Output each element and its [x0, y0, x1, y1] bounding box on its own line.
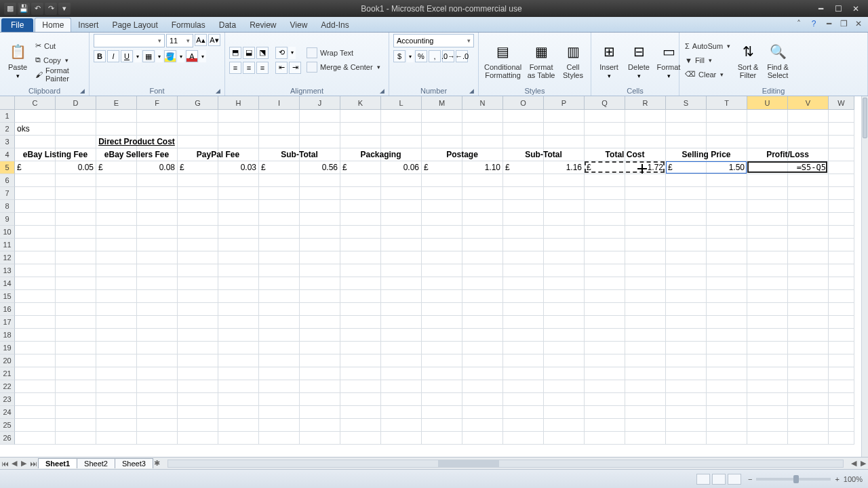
cell-M4[interactable]: Postage	[422, 148, 503, 161]
merge-center-button[interactable]: Merge & Center▾	[305, 60, 382, 74]
col-header-H[interactable]: H	[218, 96, 259, 110]
format-cells-button[interactable]: ▭Format▾	[655, 39, 682, 80]
row-header-13[interactable]: 13	[0, 264, 15, 277]
workbook-close-icon[interactable]: ✕	[853, 19, 864, 28]
zoom-slider[interactable]	[756, 478, 831, 481]
hscroll-right-icon[interactable]: ▶	[859, 459, 868, 468]
clipboard-dialog-icon[interactable]: ◢	[80, 87, 85, 94]
row-header-15[interactable]: 15	[0, 290, 15, 303]
tab-formulas[interactable]: Formulas	[165, 18, 212, 32]
cell-S4[interactable]: Selling Price	[666, 148, 747, 161]
fontcolor-more-icon[interactable]: ▾	[199, 50, 206, 62]
workbook-min-icon[interactable]: ━	[823, 19, 834, 28]
number-format-dropdown[interactable]: Accounting	[393, 34, 474, 47]
hscroll-thumb[interactable]	[438, 460, 499, 467]
save-icon[interactable]: 💾	[18, 3, 30, 15]
row-header-10[interactable]: 10	[0, 226, 15, 239]
cells-grid[interactable]: oksDirect Product CosteBay Listing FeeeB…	[15, 110, 861, 457]
align-middle-icon[interactable]: ⬓	[243, 47, 255, 59]
find-select-button[interactable]: 🔍Find & Select	[764, 39, 791, 81]
font-color-button[interactable]: A	[186, 50, 198, 62]
tab-data[interactable]: Data	[212, 18, 243, 32]
cell-E3[interactable]: Direct Product Cost	[96, 136, 178, 148]
shrink-font-icon[interactable]: A▾	[208, 34, 220, 46]
col-header-M[interactable]: M	[422, 96, 462, 110]
zoom-out-icon[interactable]: −	[748, 475, 752, 483]
row-header-25[interactable]: 25	[0, 419, 15, 432]
orientation-icon[interactable]: ⟲	[275, 47, 288, 59]
hscroll-left-icon[interactable]: ◀	[849, 459, 859, 468]
minimize-ribbon-icon[interactable]: ˄	[793, 19, 804, 28]
col-header-J[interactable]: J	[300, 96, 340, 110]
col-header-I[interactable]: I	[259, 96, 300, 110]
currency-icon[interactable]: $	[393, 50, 406, 62]
layout-view-icon[interactable]	[712, 474, 726, 485]
col-header-R[interactable]: R	[625, 96, 666, 110]
paste-button[interactable]: 📋 Paste ▾	[4, 39, 31, 80]
font-dialog-icon[interactable]: ◢	[216, 87, 220, 94]
zoom-level[interactable]: 100%	[844, 475, 863, 483]
row-header-18[interactable]: 18	[0, 329, 15, 342]
border-more-icon[interactable]: ▾	[156, 50, 163, 62]
autosum-button[interactable]: ΣAutoSum▾	[684, 39, 732, 53]
help-icon[interactable]: ?	[808, 19, 819, 28]
col-header-L[interactable]: L	[381, 96, 422, 110]
col-header-G[interactable]: G	[178, 96, 218, 110]
align-top-icon[interactable]: ⬒	[229, 47, 241, 59]
row-header-21[interactable]: 21	[0, 367, 15, 380]
row-header-7[interactable]: 7	[0, 187, 15, 200]
cell-U5[interactable]: =S5-Q5	[747, 161, 829, 174]
tab-insert[interactable]: Insert	[71, 18, 105, 32]
row-header-9[interactable]: 9	[0, 213, 15, 226]
row-header-2[interactable]: 2	[0, 123, 15, 136]
clear-button[interactable]: ⌫Clear▾	[684, 68, 732, 81]
cell-Q4[interactable]: Total Cost	[585, 148, 666, 161]
col-header-S[interactable]: S	[666, 96, 707, 110]
workbook-restore-icon[interactable]: ❐	[838, 19, 849, 28]
wrap-text-button[interactable]: Wrap Text	[305, 46, 382, 60]
scroll-thumb[interactable]	[863, 98, 867, 138]
col-header-C[interactable]: C	[15, 96, 56, 110]
insert-cells-button[interactable]: ⊞Insert▾	[595, 39, 623, 80]
sheet-tab-2[interactable]: Sheet2	[77, 458, 115, 468]
col-header-N[interactable]: N	[462, 96, 503, 110]
cell-S5[interactable]: £1.50	[666, 161, 747, 174]
border-button[interactable]: ▦	[142, 50, 155, 62]
cell-O5[interactable]: £1.16	[503, 161, 585, 174]
zoom-in-icon[interactable]: +	[835, 475, 839, 483]
tab-review[interactable]: Review	[243, 18, 283, 32]
fill-color-button[interactable]: 🪣	[164, 50, 176, 62]
tab-view[interactable]: View	[283, 18, 315, 32]
sort-filter-button[interactable]: ⇅Sort & Filter	[734, 39, 762, 81]
comma-icon[interactable]: ,	[429, 50, 441, 62]
number-dialog-icon[interactable]: ◢	[469, 87, 474, 94]
col-header-U[interactable]: U	[747, 96, 788, 110]
underline-button[interactable]: U	[121, 50, 133, 62]
horizontal-scrollbar[interactable]	[167, 460, 844, 468]
copy-button[interactable]: ⧉Copy▾	[34, 54, 85, 67]
maximize-button[interactable]: ☐	[830, 4, 846, 14]
col-header-Q[interactable]: Q	[585, 96, 625, 110]
row-header-19[interactable]: 19	[0, 342, 15, 354]
cell-G4[interactable]: PayPal Fee	[178, 148, 259, 161]
sheet-tab-3[interactable]: Sheet3	[115, 458, 153, 468]
cell-styles-button[interactable]: ▥Cell Styles	[559, 39, 587, 81]
sheet-nav-first-icon[interactable]: ⏮	[0, 460, 9, 468]
fill-button[interactable]: ▼Fill▾	[684, 54, 732, 67]
format-as-table-button[interactable]: ▦Format as Table	[526, 39, 557, 81]
minimize-button[interactable]: ━	[812, 4, 829, 14]
indent-inc-icon[interactable]: ⇥	[289, 62, 301, 74]
dec-decimal-icon[interactable]: ←.0	[456, 50, 468, 62]
col-header-P[interactable]: P	[544, 96, 585, 110]
italic-button[interactable]: I	[107, 50, 119, 62]
normal-view-icon[interactable]	[696, 474, 710, 485]
sheet-nav-next-icon[interactable]: ▶	[19, 459, 28, 468]
cell-C4[interactable]: eBay Listing Fee	[15, 148, 96, 161]
col-header-F[interactable]: F	[137, 96, 178, 110]
cell-E5[interactable]: £0.08	[96, 161, 178, 174]
redo-icon[interactable]: ↷	[45, 3, 57, 15]
row-header-12[interactable]: 12	[0, 251, 15, 264]
row-header-3[interactable]: 3	[0, 136, 15, 148]
row-header-8[interactable]: 8	[0, 200, 15, 213]
tab-home[interactable]: Home	[35, 18, 71, 32]
